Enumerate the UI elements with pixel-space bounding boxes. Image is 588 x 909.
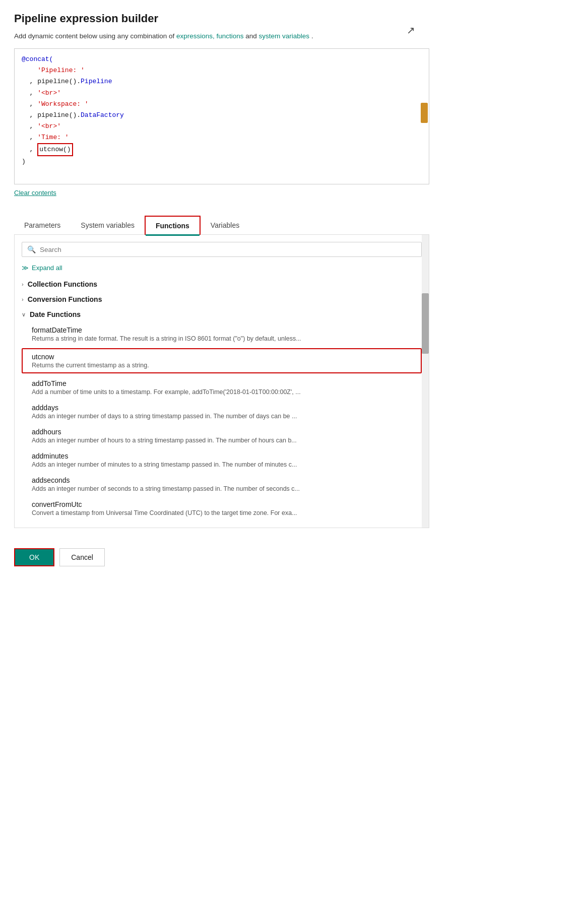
function-desc-convertfromutc: Convert a timestamp from Universal Time … bbox=[32, 509, 422, 516]
function-name-adddays: adddays bbox=[32, 404, 422, 412]
function-name-formatdatetime: formatDateTime bbox=[32, 326, 422, 334]
code-line-10: ) bbox=[22, 156, 422, 167]
page-title: Pipeline expression builder bbox=[14, 12, 429, 25]
function-item-addhours[interactable]: addhours Adds an integer number of hours… bbox=[22, 424, 422, 448]
expand-all-icon: ≫ bbox=[22, 264, 29, 272]
tab-parameters[interactable]: Parameters bbox=[14, 216, 71, 234]
tab-functions[interactable]: Functions bbox=[145, 216, 201, 235]
function-item-addseconds[interactable]: addseconds Adds an integer number of sec… bbox=[22, 472, 422, 496]
function-desc-addtotime: Add a number of time units to a timestam… bbox=[32, 388, 422, 396]
chevron-conversion-icon: › bbox=[22, 296, 24, 302]
function-desc-adddays: Adds an integer number of days to a stri… bbox=[32, 413, 422, 420]
description-text-middle: and bbox=[245, 32, 258, 40]
code-line-5: , 'Workspace: ' bbox=[22, 99, 422, 110]
function-name-utcnow: utcnow bbox=[32, 353, 416, 361]
scrollbar-track bbox=[422, 235, 429, 528]
function-item-utcnow[interactable]: utcnow Returns the current timestamp as … bbox=[22, 348, 422, 373]
category-date[interactable]: ∨ Date Functions bbox=[22, 307, 422, 322]
function-item-addtotime[interactable]: addToTime Add a number of time units to … bbox=[22, 375, 422, 400]
function-name-addminutes: addminutes bbox=[32, 452, 422, 460]
function-desc-formatdatetime: Returns a string in date format. The res… bbox=[32, 335, 422, 342]
ok-button[interactable]: OK bbox=[14, 548, 54, 566]
editor-scrollbar-thumb bbox=[421, 103, 428, 123]
tab-system-variables[interactable]: System variables bbox=[71, 216, 145, 234]
function-name-addhours: addhours bbox=[32, 428, 422, 436]
code-line-9: , utcnow() bbox=[22, 143, 422, 156]
system-variables-link[interactable]: system variables bbox=[259, 32, 310, 40]
function-name-addtotime: addToTime bbox=[32, 379, 422, 387]
category-date-label: Date Functions bbox=[30, 310, 81, 318]
function-item-adddays[interactable]: adddays Adds an integer number of days t… bbox=[22, 400, 422, 424]
category-conversion-label: Conversion Functions bbox=[28, 295, 102, 303]
code-line-2: 'Pipeline: ' bbox=[22, 65, 422, 76]
code-line-8: , 'Time: ' bbox=[22, 132, 422, 143]
function-desc-addseconds: Adds an integer number of seconds to a s… bbox=[32, 485, 422, 492]
function-name-addseconds: addseconds bbox=[32, 476, 422, 484]
bottom-bar: OK Cancel bbox=[14, 540, 429, 566]
category-collection-label: Collection Functions bbox=[28, 280, 97, 288]
expressions-functions-link[interactable]: expressions, functions bbox=[176, 32, 244, 40]
code-line-7: , '<br>' bbox=[22, 121, 422, 132]
expand-icon[interactable]: ↗ bbox=[407, 24, 415, 36]
code-line-3: , pipeline().Pipeline bbox=[22, 76, 422, 87]
code-line-6: , pipeline().DataFactory bbox=[22, 110, 422, 121]
function-name-convertfromutc: convertFromUtc bbox=[32, 500, 422, 508]
clear-contents-link[interactable]: Clear contents bbox=[14, 189, 56, 197]
functions-panel: 🔍 ≫ Expand all › Collection Functions › … bbox=[14, 235, 429, 528]
function-item-addminutes[interactable]: addminutes Adds an integer number of min… bbox=[22, 448, 422, 472]
function-desc-utcnow: Returns the current timestamp as a strin… bbox=[32, 362, 416, 369]
function-desc-addhours: Adds an integer number of hours to a str… bbox=[32, 437, 422, 444]
function-item-convertfromutc[interactable]: convertFromUtc Convert a timestamp from … bbox=[22, 496, 422, 521]
expand-all[interactable]: ≫ Expand all bbox=[22, 264, 422, 272]
category-collection[interactable]: › Collection Functions bbox=[22, 277, 422, 292]
scrollbar-thumb[interactable] bbox=[422, 293, 429, 354]
search-input[interactable] bbox=[40, 246, 416, 253]
cancel-button[interactable]: Cancel bbox=[59, 548, 105, 566]
description-text-before: Add dynamic content below using any comb… bbox=[14, 32, 176, 40]
description-text-after: . bbox=[311, 32, 313, 40]
expand-all-label: Expand all bbox=[32, 264, 62, 272]
function-item-formatdatetime[interactable]: formatDateTime Returns a string in date … bbox=[22, 322, 422, 346]
description: Add dynamic content below using any comb… bbox=[14, 31, 429, 41]
search-icon: 🔍 bbox=[27, 245, 36, 253]
chevron-date-icon: ∨ bbox=[22, 311, 26, 318]
code-line-1: @concat( bbox=[22, 54, 422, 65]
tab-variables[interactable]: Variables bbox=[201, 216, 249, 234]
function-desc-addminutes: Adds an integer number of minutes to a s… bbox=[32, 461, 422, 468]
category-conversion[interactable]: › Conversion Functions bbox=[22, 292, 422, 307]
search-box: 🔍 bbox=[22, 242, 422, 257]
code-line-4: , '<br>' bbox=[22, 88, 422, 99]
code-editor[interactable]: @concat( 'Pipeline: ' , pipeline().Pipel… bbox=[14, 48, 429, 184]
tabs-container: Parameters System variables Functions Va… bbox=[14, 216, 429, 235]
chevron-collection-icon: › bbox=[22, 281, 24, 287]
